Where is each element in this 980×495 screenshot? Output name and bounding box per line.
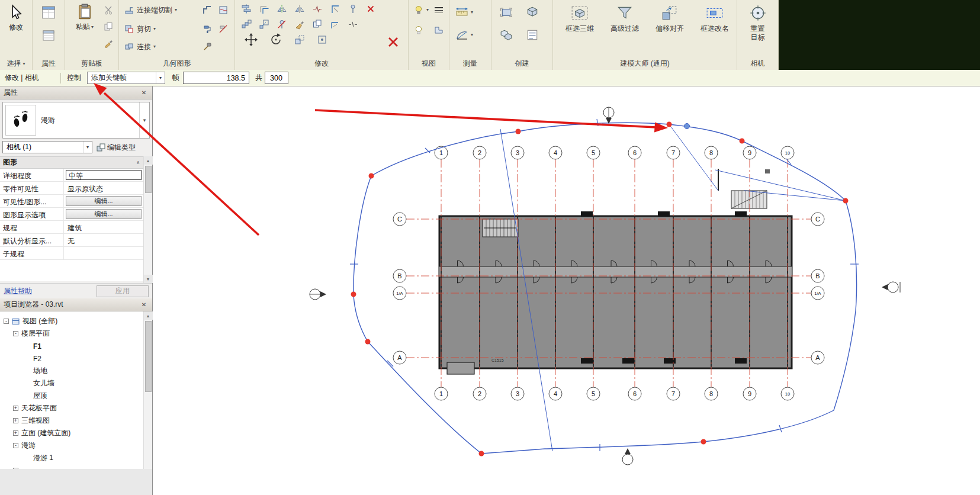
match-properties-icon[interactable] [294,19,305,30]
keyframe-point[interactable] [365,339,371,345]
frame-input[interactable] [183,72,249,84]
tree-item-walkthroughs[interactable]: -漫游 [0,439,143,452]
keyframe-point[interactable] [479,451,484,457]
tree-item-elevations[interactable]: +立面 (建筑立面) [0,427,143,439]
panel-label-view[interactable]: 视图 [409,57,449,70]
scroll-up-icon[interactable]: ▲ [144,156,153,165]
copy-to-clipboard-icon[interactable] [103,21,114,32]
collapse-expander-icon[interactable]: - [13,443,18,448]
detail-level-input[interactable]: 中等 [66,170,142,180]
create-group-icon[interactable] [500,6,513,19]
chevron-down-icon[interactable]: ▾ [139,102,149,138]
graphic-display-options-edit-button[interactable]: 编辑... [66,209,142,219]
discipline-value[interactable]: 建筑 [64,221,143,233]
expand-expander-icon[interactable]: + [13,418,18,423]
tree-item-walkthrough-1[interactable]: 漫游 1 [0,452,143,464]
create-assembly-icon[interactable] [500,28,513,41]
trim-corner-icon[interactable] [330,19,340,30]
edit-type-button[interactable]: 编辑类型 [95,141,137,154]
expand-expander-icon[interactable] [13,468,18,469]
reset-target-button[interactable]: 重置目标 [743,0,773,42]
properties-palette-icon[interactable] [41,5,56,22]
unpin-icon[interactable] [277,19,287,30]
thin-lines-icon[interactable] [433,5,444,15]
delete-large-icon[interactable] [387,36,400,49]
scrollbar-thumb[interactable] [145,321,152,392]
paste-button[interactable]: 粘贴▾ [71,4,98,32]
remove-paint-icon[interactable] [218,24,229,34]
tree-item-views-all[interactable]: - 视图 (全部) [0,315,143,327]
panel-label-create[interactable]: 创建 [491,57,553,70]
split-face-icon[interactable] [218,5,229,15]
tree-item-roof[interactable]: 屋顶 [0,390,143,402]
cut-profile-icon[interactable] [433,25,444,36]
offset-align-button[interactable]: 偏移对齐 [651,0,688,33]
pin-position-icon[interactable] [317,34,327,45]
create-similar-icon[interactable] [526,6,539,19]
panel-label-camera[interactable]: 相机 [737,57,779,70]
legend-component-icon[interactable] [526,28,539,41]
type-properties-icon[interactable] [41,28,56,45]
join-end-cut-button[interactable]: 连接端切割 ▾ [124,5,177,15]
rotate-icon[interactable] [269,33,282,46]
expand-expander-icon[interactable]: + [13,430,18,436]
drawing-area[interactable]: C1515 1122334455667788991010CCBB1/A1/AAA [153,86,980,495]
measure-button[interactable]: ▾ [455,6,473,19]
scrollbar-thumb[interactable] [145,166,152,193]
copy-icon[interactable] [312,19,323,30]
mirror-pick-axis-icon[interactable] [277,4,287,14]
tree-item-f2[interactable]: F2 [0,352,143,365]
parts-visibility-value[interactable]: 显示原状态 [64,182,143,194]
keyframe-point[interactable] [740,139,745,144]
offset-copy-icon[interactable] [294,34,305,45]
project-browser-header[interactable]: 项目浏览器 - 03.rvt ✕ [0,298,152,311]
close-icon[interactable]: ✕ [139,301,149,308]
type-selector[interactable]: 漫游 ▾ [2,102,150,139]
tree-item-clipped[interactable] [0,464,143,469]
move-icon[interactable] [245,33,258,46]
keyframe-point[interactable] [667,122,672,127]
scroll-down-icon[interactable]: ▼ [144,275,153,283]
close-icon[interactable]: ✕ [139,89,149,96]
tree-item-3d-views[interactable]: +三维视图 [0,414,143,427]
properties-help-link[interactable]: 属性帮助 [4,286,32,296]
panel-label-modeling-master[interactable]: 建模大师 (通用) [553,57,737,70]
cut-icon[interactable] [103,5,114,15]
collapse-section-icon[interactable]: ∧ [136,160,140,165]
match-type-icon[interactable] [103,38,114,49]
reveal-hidden-icon[interactable] [413,25,424,36]
apply-button[interactable]: 应用 [97,285,149,297]
keyframe-point[interactable] [351,292,356,297]
trim-extend-icon[interactable] [330,4,340,14]
instance-selector[interactable]: 相机 (1) ▾ [2,141,92,153]
collapse-expander-icon[interactable]: - [4,319,9,324]
graphics-section-header[interactable]: 图形 ∧ [0,157,143,169]
align-icon[interactable] [241,4,252,14]
keyframe-point[interactable] [843,198,849,204]
keyframe-point[interactable] [369,173,374,179]
panel-label-select[interactable]: 选择▾ [0,57,33,70]
panel-label-clipboard[interactable]: 剪贴板 [65,57,119,70]
tree-item-site[interactable]: 场地 [0,365,143,377]
array-icon[interactable] [241,19,252,30]
tree-item-parapet[interactable]: 女儿墙 [0,377,143,390]
demolish-hammer-icon[interactable] [202,41,213,52]
panel-label-measure[interactable]: 测量 [449,57,491,70]
properties-scrollbar[interactable]: ▲ ▼ [143,156,152,283]
modify-button[interactable]: 修改 [2,2,30,35]
paint-icon[interactable] [202,24,213,34]
pin-icon[interactable] [348,4,358,14]
properties-header[interactable]: 属性 ✕ [0,86,152,99]
keyframe-point[interactable] [701,439,706,445]
panel-label-modify[interactable]: 修改 [235,57,409,70]
join-geometry-button[interactable]: 连接 ▾ [124,41,156,52]
advanced-filter-button[interactable]: 高级过滤 [606,0,643,33]
tree-item-ceiling-plans[interactable]: +天花板平面 [0,402,143,414]
panel-label-geometry[interactable]: 几何图形 [119,57,235,70]
angle-dimension-button[interactable]: ▾ [455,28,473,41]
keyframe-point[interactable] [516,129,521,134]
total-frames-input[interactable] [265,72,288,84]
split-gap-icon[interactable] [348,19,358,30]
offset-icon[interactable] [259,4,269,14]
mirror-draw-axis-icon[interactable] [294,4,305,14]
